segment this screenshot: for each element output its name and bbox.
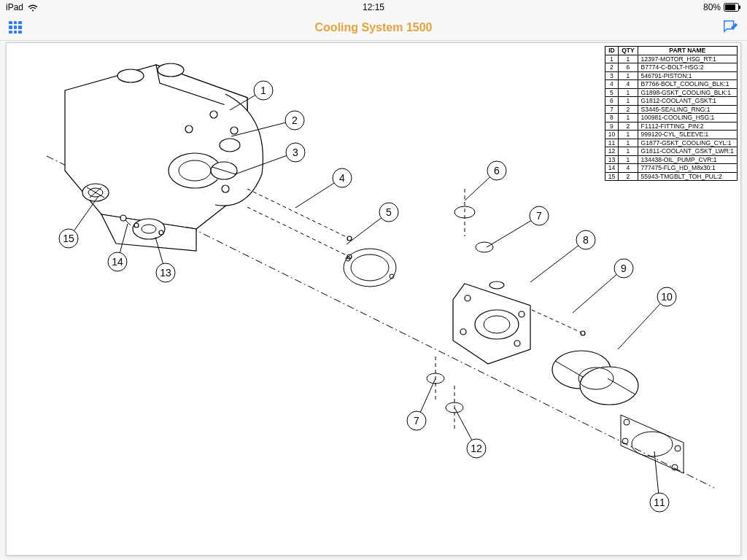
annotate-icon: [722, 18, 738, 37]
svg-point-45: [514, 341, 520, 346]
svg-point-23: [134, 223, 139, 228]
grid-icon: [9, 21, 22, 34]
battery-percent: 80%: [703, 2, 721, 12]
balloon-label: 1: [260, 85, 266, 96]
svg-point-13: [222, 185, 229, 192]
balloon-label: 7: [414, 415, 419, 427]
svg-point-29: [347, 236, 352, 241]
svg-point-21: [133, 219, 165, 239]
svg-point-46: [460, 329, 466, 335]
balloon-label: 6: [494, 165, 500, 176]
balloon-label: 11: [654, 497, 665, 508]
part-bolts-4: [247, 189, 352, 259]
leader-line: [573, 268, 624, 313]
device-label: iPad: [6, 2, 23, 12]
leader-line: [618, 297, 667, 349]
svg-point-49: [581, 331, 585, 335]
svg-point-11: [210, 111, 217, 118]
ios-status-bar: iPad 12:15 80%: [0, 0, 747, 15]
part-pins-9: [532, 310, 585, 335]
wifi-icon: [28, 4, 38, 12]
svg-point-24: [159, 230, 163, 235]
svg-point-43: [465, 295, 471, 301]
part-motor-housing: [65, 63, 263, 251]
svg-point-41: [475, 310, 519, 339]
part-ring-7a: [476, 242, 493, 252]
part-oilpump-cover-13: [133, 219, 165, 239]
svg-point-6: [117, 69, 144, 82]
balloon-label: 5: [386, 206, 392, 218]
balloon-label: 3: [293, 147, 298, 158]
svg-line-27: [247, 189, 349, 238]
part-gasket-5: [344, 249, 396, 287]
balloon-label: 9: [621, 262, 627, 274]
svg-point-44: [519, 311, 525, 317]
apps-button[interactable]: [9, 21, 22, 34]
svg-rect-2: [739, 6, 740, 9]
svg-line-28: [247, 207, 349, 257]
svg-point-26: [120, 215, 126, 221]
svg-point-12: [231, 127, 238, 134]
svg-point-57: [624, 419, 630, 425]
svg-point-10: [220, 139, 240, 152]
balloon-label: 4: [339, 172, 345, 184]
balloon-label: 8: [583, 234, 589, 246]
svg-line-48: [532, 310, 583, 333]
part-sleeve-10: [552, 351, 638, 405]
svg-point-37: [476, 242, 493, 252]
balloon-label: 14: [112, 256, 123, 268]
svg-point-58: [675, 446, 681, 451]
exploded-view-svg: 1234567789101112131415: [7, 43, 740, 555]
balloon-label: 7: [536, 210, 542, 222]
part-gasket-11: [621, 415, 684, 473]
leader-line: [530, 240, 586, 282]
balloon-label: 13: [160, 267, 171, 279]
balloon-label: 10: [661, 291, 673, 303]
toolbar: Cooling System 1500: [0, 15, 747, 41]
svg-point-47: [489, 281, 504, 289]
part-gasket-6: [454, 189, 475, 236]
svg-point-7: [158, 63, 184, 77]
part-cooling-hsg-8: [453, 281, 530, 364]
svg-point-32: [351, 254, 389, 281]
page-title: Cooling System 1500: [315, 21, 433, 34]
clock: 12:15: [363, 2, 384, 12]
battery-icon: [724, 3, 741, 12]
svg-point-56: [632, 432, 673, 456]
part-pulley-15: [82, 184, 109, 201]
balloon-label: 15: [63, 233, 74, 244]
balloon-label: 12: [471, 443, 482, 454]
balloon-label: 2: [292, 114, 298, 126]
svg-point-14: [185, 125, 193, 133]
markup-button[interactable]: [722, 18, 738, 37]
svg-rect-1: [725, 4, 735, 10]
drawing-canvas[interactable]: ID QTY PART NAME 1112397-MOTOR_HSG_RT:12…: [6, 42, 741, 556]
